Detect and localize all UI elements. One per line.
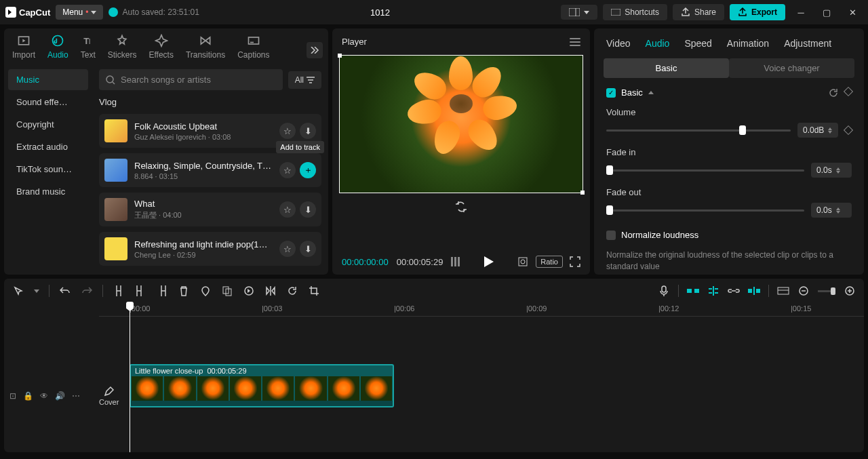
favorite-button[interactable]: ☆ [279,241,296,257]
track-meta: Guz Aleksei Igorevich · 03:08 [134,133,273,141]
marker-button[interactable] [199,285,212,296]
fullscreen-icon[interactable] [570,256,580,267]
insp-tab-video[interactable]: Video [606,38,631,49]
tabs-scroll-right[interactable] [307,42,323,58]
tab-captions[interactable]: Captions [237,34,269,60]
zoom-out-button[interactable] [797,286,810,296]
track-title: Folk Acoustic Upbeat [134,121,273,132]
basic-checkbox[interactable]: ✓ [606,88,616,98]
volume-slider[interactable] [606,129,791,132]
cat-extract-audio[interactable]: Extract audio [8,136,88,157]
playhead[interactable] [130,303,130,452]
export-button[interactable]: Export [730,4,785,20]
split-button[interactable] [113,285,125,296]
download-button[interactable]: ⬇ [300,241,316,257]
cat-copyright[interactable]: Copyright [8,114,88,135]
insp-tab-speed[interactable]: Speed [684,38,711,49]
trim-right-button[interactable] [156,285,168,296]
filter-button[interactable]: All [288,71,321,89]
track-item[interactable]: What王晶瑩 · 04:00 ☆⬇ [99,193,321,226]
maximize-button[interactable]: ▢ [816,2,837,22]
track-item[interactable]: Refreshing and light indie pop(1…Cheng L… [99,232,321,266]
link-button[interactable] [728,287,740,294]
zoom-slider[interactable] [818,290,835,292]
zoom-in-button[interactable] [844,286,856,296]
sub-tab-basic[interactable]: Basic [604,58,729,78]
insp-tab-animation[interactable]: Animation [727,38,769,49]
lock-icon[interactable]: 🔒 [23,391,33,401]
volume-value[interactable]: 0.0dB [797,123,838,138]
select-tool[interactable] [12,286,24,296]
download-button[interactable]: ⬇ [300,123,316,139]
time-ruler[interactable]: |00:00 |00:03 |00:06 |00:09 |00:12 |00:1… [99,303,864,317]
inspector-panel: Video Audio Speed Animation Adjustment B… [594,28,864,275]
svg-point-16 [521,260,525,264]
crop-button[interactable] [308,285,320,296]
insp-tab-audio[interactable]: Audio [646,38,670,49]
mirror-button[interactable] [264,286,277,296]
player-menu-icon[interactable] [570,38,580,46]
ratio-button[interactable]: Ratio [536,256,563,268]
video-clip[interactable]: Little flower close-up 00:00:05:29 [130,364,394,407]
play-button[interactable] [484,256,494,267]
track-toggle-icon[interactable]: ⊡ [9,391,16,401]
keyframe-icon[interactable] [844,86,853,96]
crop-icon[interactable] [517,256,529,268]
mute-icon[interactable]: 🔊 [55,391,65,401]
tab-text[interactable]: TIText [81,34,96,60]
minimize-button[interactable]: ─ [791,2,811,22]
more-icon[interactable]: ⋯ [72,391,80,401]
switch-view-icon[interactable] [454,201,468,212]
grid-view-icon[interactable] [451,257,460,266]
add-to-track-button[interactable]: ＋ [300,162,316,178]
tab-stickers[interactable]: Stickers [108,34,137,60]
cat-brand-music[interactable]: Brand music [8,181,88,202]
tab-import[interactable]: Import [12,34,35,60]
insp-tab-adjustment[interactable]: Adjustment [784,38,831,49]
snap-button[interactable] [687,287,699,295]
rotate-button[interactable] [286,285,298,296]
collapse-icon[interactable] [648,91,654,94]
tab-effects[interactable]: Effects [149,34,173,60]
copy-button[interactable] [221,285,233,296]
reset-icon[interactable] [829,88,838,98]
share-button[interactable]: Share [673,4,724,20]
normalize-label: Normalize loudness [621,230,698,240]
cat-sound-effects[interactable]: Sound effe… [8,92,88,113]
menu-button[interactable]: Menu• [56,5,103,20]
fade-out-slider[interactable] [606,209,804,212]
import-icon [17,34,31,47]
volume-keyframe[interactable] [844,125,853,135]
download-button[interactable]: ⬇ [300,201,316,218]
preview-cut-button[interactable] [748,287,760,295]
visibility-icon[interactable]: 👁 [40,391,48,401]
fade-out-value[interactable]: 0.0s [811,203,852,218]
normalize-checkbox[interactable] [606,231,616,240]
search-input[interactable]: Search songs or artists [99,69,283,90]
align-button[interactable] [707,286,719,296]
favorite-button[interactable]: ☆ [279,162,296,178]
delete-button[interactable] [178,285,190,296]
tab-audio[interactable]: Audio [47,34,68,60]
trim-left-button[interactable] [134,285,146,296]
reverse-button[interactable] [243,285,255,296]
layout-button[interactable] [561,5,597,20]
cat-tiktok-sounds[interactable]: TikTok soun… [8,159,88,180]
tab-transitions[interactable]: Transitions [186,34,225,60]
favorite-button[interactable]: ☆ [279,123,296,139]
fade-in-value[interactable]: 0.0s [811,163,852,178]
favorite-button[interactable]: ☆ [279,201,296,218]
tool-dropdown[interactable] [34,290,39,293]
cat-music[interactable]: Music [8,69,88,90]
shortcuts-button[interactable]: Shortcuts [603,4,667,20]
video-preview[interactable] [339,55,583,193]
fade-in-slider[interactable] [606,169,804,172]
track-item[interactable]: Relaxing, Simple, Countryside, T…8.864 ·… [99,153,321,187]
close-button[interactable]: ✕ [842,2,863,22]
sub-tab-voice-changer[interactable]: Voice changer [729,58,854,78]
redo-button[interactable] [81,286,93,296]
timeline-settings-button[interactable] [777,287,789,295]
timeline-tracks[interactable]: |00:00 |00:03 |00:06 |00:09 |00:12 |00:1… [99,303,864,452]
undo-button[interactable] [59,286,71,296]
mic-button[interactable] [658,285,670,296]
